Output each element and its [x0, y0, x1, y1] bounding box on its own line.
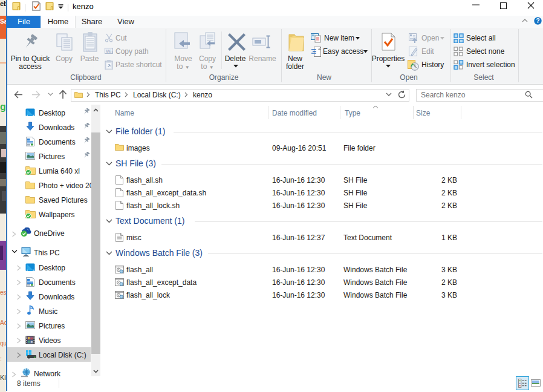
svg-text:W: W	[106, 48, 111, 54]
svg-text:?: ?	[536, 18, 539, 24]
